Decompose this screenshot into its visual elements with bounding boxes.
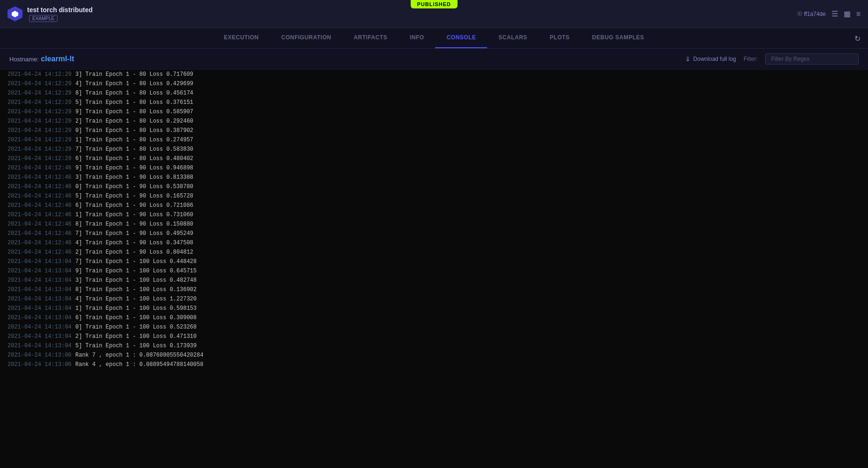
log-message: 5] Train Epoch 1 - 80 Loss 0.376151 (75, 98, 193, 107)
log-row: 2021-04-24 14:12:468] Train Epoch 1 - 90… (0, 219, 868, 229)
log-timestamp: 2021-04-24 14:12:29 (7, 98, 75, 107)
log-row: 2021-04-24 14:13:043] Train Epoch 1 - 10… (0, 276, 868, 285)
log-timestamp: 2021-04-24 14:12:29 (7, 117, 75, 126)
tab-scalars[interactable]: SCALARS (487, 28, 539, 48)
logo-icon (7, 7, 22, 22)
log-timestamp: 2021-04-24 14:12:46 (7, 163, 75, 173)
log-row: 2021-04-24 14:12:466] Train Epoch 1 - 90… (0, 201, 868, 210)
log-timestamp: 2021-04-24 14:12:29 (7, 79, 75, 88)
tab-info[interactable]: INFO (399, 28, 436, 48)
filter-input[interactable] (765, 53, 859, 65)
log-message: 7] Train Epoch 1 - 100 Loss 0.448428 (75, 257, 197, 266)
log-timestamp: 2021-04-24 14:12:29 (7, 135, 75, 145)
download-icon: ⇓ (685, 55, 691, 63)
log-message: 6] Train Epoch 1 - 90 Loss 0.721086 (75, 201, 193, 210)
hostname-info: Hostname: clearml-lt (9, 55, 74, 63)
log-timestamp: 2021-04-24 14:12:29 (7, 154, 75, 163)
filter-label: Filter: (744, 56, 758, 62)
log-row: 2021-04-24 14:12:461] Train Epoch 1 - 90… (0, 210, 868, 219)
log-timestamp: 2021-04-24 14:13:04 (7, 304, 75, 313)
tab-artifacts[interactable]: ARTIFACTS (343, 28, 399, 48)
log-timestamp: 2021-04-24 14:13:04 (7, 332, 75, 341)
id-badge: ID ff1a74de (797, 11, 826, 17)
id-icon: ID (797, 11, 802, 16)
log-message: 0] Train Epoch 1 - 80 Loss 0.387902 (75, 126, 193, 135)
log-message: 9] Train Epoch 1 - 80 Loss 0.585907 (75, 107, 193, 117)
top-bar: test torch distributed EXAMPLE PUBLISHED… (0, 0, 868, 28)
log-row: 2021-04-24 14:13:040] Train Epoch 1 - 10… (0, 322, 868, 332)
tab-console[interactable]: CONSOLE (435, 28, 487, 48)
log-row: 2021-04-24 14:12:469] Train Epoch 1 - 90… (0, 163, 868, 173)
tab-configuration[interactable]: CONFIGURATION (270, 28, 343, 48)
hostname-value: clearml-lt (41, 55, 74, 63)
log-message: Rank 7 , epoch 1 : 0.08760905550420284 (75, 351, 204, 360)
log-message: 5] Train Epoch 1 - 100 Loss 0.173939 (75, 341, 197, 351)
log-row: 2021-04-24 14:12:295] Train Epoch 1 - 80… (0, 98, 868, 107)
log-message: 2] Train Epoch 1 - 100 Loss 0.471310 (75, 332, 197, 341)
log-message: 1] Train Epoch 1 - 100 Loss 0.598153 (75, 304, 197, 313)
tab-plots[interactable]: PLOTS (539, 28, 581, 48)
log-timestamp: 2021-04-24 14:12:46 (7, 248, 75, 257)
top-right: ID ff1a74de ☰ ▦ ≡ (797, 9, 861, 18)
log-row: 2021-04-24 14:13:06Rank 7 , epoch 1 : 0.… (0, 351, 868, 360)
hostname-bar: Hostname: clearml-lt ⇓ Download full log… (0, 49, 868, 70)
log-timestamp: 2021-04-24 14:12:46 (7, 210, 75, 219)
log-row: 2021-04-24 14:12:296] Train Epoch 1 - 80… (0, 154, 868, 163)
log-message: 6] Train Epoch 1 - 80 Loss 0.480402 (75, 154, 193, 163)
log-timestamp: 2021-04-24 14:12:29 (7, 126, 75, 135)
tab-execution[interactable]: EXECUTION (212, 28, 270, 48)
log-row: 2021-04-24 14:12:290] Train Epoch 1 - 80… (0, 126, 868, 135)
log-message: 4] Train Epoch 1 - 80 Loss 0.429699 (75, 79, 193, 88)
console-log-area: 2021-04-24 14:12:293] Train Epoch 1 - 80… (0, 70, 868, 468)
download-log-button[interactable]: ⇓ Download full log (685, 55, 736, 63)
log-message: 5] Train Epoch 1 - 90 Loss 0.165728 (75, 191, 193, 201)
log-row: 2021-04-24 14:12:293] Train Epoch 1 - 80… (0, 70, 868, 79)
log-timestamp: 2021-04-24 14:12:29 (7, 145, 75, 154)
log-row: 2021-04-24 14:13:041] Train Epoch 1 - 10… (0, 304, 868, 313)
log-timestamp: 2021-04-24 14:13:04 (7, 313, 75, 322)
log-row: 2021-04-24 14:12:291] Train Epoch 1 - 80… (0, 135, 868, 145)
log-row: 2021-04-24 14:12:464] Train Epoch 1 - 90… (0, 238, 868, 248)
log-message: 1] Train Epoch 1 - 80 Loss 0.274957 (75, 135, 193, 145)
hostname-label: Hostname: (9, 56, 39, 63)
tab-debug-samples[interactable]: DEBUG SAMPLES (581, 28, 655, 48)
log-timestamp: 2021-04-24 14:12:46 (7, 229, 75, 238)
log-message: 8] Train Epoch 1 - 80 Loss 0.456174 (75, 88, 193, 98)
refresh-button[interactable]: ↻ (854, 34, 861, 43)
log-row: 2021-04-24 14:13:048] Train Epoch 1 - 10… (0, 285, 868, 294)
log-timestamp: 2021-04-24 14:12:29 (7, 107, 75, 117)
id-value: ff1a74de (804, 11, 826, 17)
log-message: Rank 4 , epoch 1 : 0.08895494788140058 (75, 360, 204, 369)
menu-icon-btn[interactable]: ≡ (856, 10, 861, 18)
log-row: 2021-04-24 14:12:460] Train Epoch 1 - 90… (0, 182, 868, 191)
log-timestamp: 2021-04-24 14:12:46 (7, 219, 75, 229)
document-icon-btn[interactable]: ☰ (832, 9, 838, 18)
log-timestamp: 2021-04-24 14:13:06 (7, 351, 75, 360)
log-row: 2021-04-24 14:13:044] Train Epoch 1 - 10… (0, 294, 868, 304)
log-timestamp: 2021-04-24 14:13:04 (7, 322, 75, 332)
log-row: 2021-04-24 14:12:463] Train Epoch 1 - 90… (0, 173, 868, 182)
log-row: 2021-04-24 14:13:047] Train Epoch 1 - 10… (0, 257, 868, 266)
log-message: 8] Train Epoch 1 - 100 Loss 0.136902 (75, 285, 197, 294)
log-row: 2021-04-24 14:12:297] Train Epoch 1 - 80… (0, 145, 868, 154)
log-row: 2021-04-24 14:12:465] Train Epoch 1 - 90… (0, 191, 868, 201)
app-title-area: test torch distributed EXAMPLE (27, 6, 93, 22)
log-timestamp: 2021-04-24 14:12:46 (7, 238, 75, 248)
log-message: 6] Train Epoch 1 - 100 Loss 0.309008 (75, 313, 197, 322)
layout-icon-btn[interactable]: ▦ (844, 9, 851, 18)
log-row: 2021-04-24 14:13:049] Train Epoch 1 - 10… (0, 266, 868, 276)
log-message: 0] Train Epoch 1 - 90 Loss 0.538780 (75, 182, 193, 191)
log-row: 2021-04-24 14:13:046] Train Epoch 1 - 10… (0, 313, 868, 322)
log-row: 2021-04-24 14:12:299] Train Epoch 1 - 80… (0, 107, 868, 117)
log-message: 3] Train Epoch 1 - 100 Loss 0.482748 (75, 276, 197, 285)
log-message: 7] Train Epoch 1 - 80 Loss 0.583830 (75, 145, 193, 154)
log-timestamp: 2021-04-24 14:13:04 (7, 341, 75, 351)
logo-area: test torch distributed EXAMPLE (7, 6, 93, 22)
log-timestamp: 2021-04-24 14:12:46 (7, 173, 75, 182)
log-message: 4] Train Epoch 1 - 90 Loss 0.347508 (75, 238, 193, 248)
log-row: 2021-04-24 14:12:462] Train Epoch 1 - 90… (0, 248, 868, 257)
app-title: test torch distributed (27, 6, 93, 14)
log-message: 9] Train Epoch 1 - 90 Loss 0.946898 (75, 163, 193, 173)
log-row: 2021-04-24 14:12:292] Train Epoch 1 - 80… (0, 117, 868, 126)
log-message: 1] Train Epoch 1 - 90 Loss 0.731060 (75, 210, 193, 219)
